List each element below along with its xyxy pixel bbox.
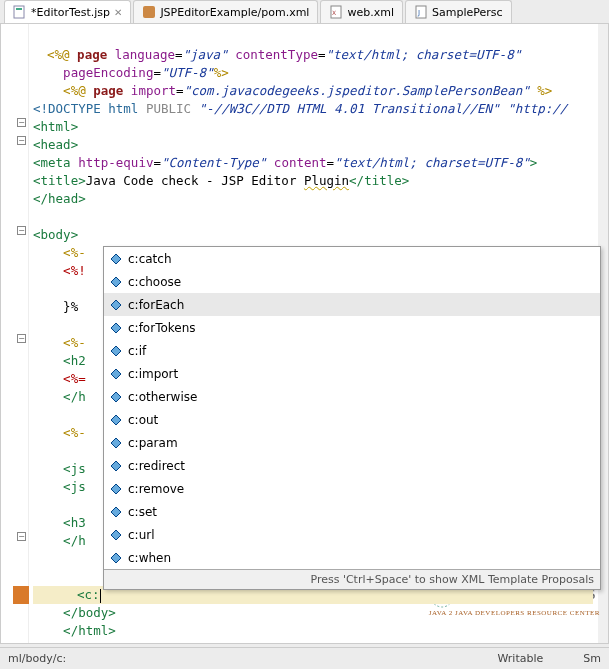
tag-icon — [110, 345, 122, 357]
code-token: <body> — [33, 227, 78, 242]
svg-marker-11 — [111, 346, 121, 356]
code-token: <title> — [33, 173, 86, 188]
tag-icon — [110, 552, 122, 564]
code-token: }% — [63, 299, 78, 314]
svg-marker-16 — [111, 461, 121, 471]
close-icon[interactable]: ✕ — [114, 7, 122, 18]
autocomplete-label: c:param — [128, 436, 178, 450]
svg-marker-9 — [111, 300, 121, 310]
tab-label: SamplePersc — [432, 6, 503, 19]
autocomplete-item[interactable]: c:set — [104, 500, 600, 523]
code-token: "http:// — [500, 101, 568, 116]
autocomplete-item[interactable]: c:forEach — [104, 293, 600, 316]
tag-icon — [110, 483, 122, 495]
fold-toggle[interactable]: − — [17, 334, 26, 343]
code-token: "text/html; charset=UTF-8" — [334, 155, 530, 170]
autocomplete-item[interactable]: c:forTokens — [104, 316, 600, 339]
maven-file-icon — [142, 5, 156, 19]
tab-editortest[interactable]: *EditorTest.jsp ✕ — [4, 0, 131, 23]
code-token: <js — [63, 461, 86, 476]
autocomplete-item[interactable]: c:import — [104, 362, 600, 385]
autocomplete-item[interactable]: c:when — [104, 546, 600, 569]
code-token: "UTF-8" — [161, 65, 214, 80]
svg-text:X: X — [332, 9, 336, 16]
autocomplete-item[interactable]: c:redirect — [104, 454, 600, 477]
svg-marker-20 — [111, 553, 121, 563]
tag-icon — [110, 460, 122, 472]
svg-marker-8 — [111, 277, 121, 287]
tag-icon — [110, 414, 122, 426]
tag-icon — [110, 322, 122, 334]
code-token: language — [115, 47, 175, 62]
fold-toggle[interactable]: − — [17, 226, 26, 235]
autocomplete-item[interactable]: c:choose — [104, 270, 600, 293]
code-token: contentType — [235, 47, 318, 62]
autocomplete-item[interactable]: c:out — [104, 408, 600, 431]
autocomplete-label: c:import — [128, 367, 178, 381]
code-token: <%- — [63, 335, 86, 350]
autocomplete-popup: c:catch c:choose c:forEach c:forTokens c… — [103, 246, 601, 590]
cursor-token: <c: — [77, 586, 101, 604]
java-file-icon: J — [414, 5, 428, 19]
tag-icon — [110, 391, 122, 403]
autocomplete-item[interactable]: c:param — [104, 431, 600, 454]
code-token: %> — [537, 83, 552, 98]
fold-toggle[interactable]: − — [17, 136, 26, 145]
code-token: %> — [214, 65, 229, 80]
fold-toggle[interactable]: − — [17, 532, 26, 541]
fold-toggle[interactable]: − — [17, 118, 26, 127]
code-token: </title> — [349, 173, 409, 188]
code-token: <h3 — [63, 515, 86, 530]
tag-icon — [110, 368, 122, 380]
autocomplete-item[interactable]: c:if — [104, 339, 600, 362]
svg-marker-15 — [111, 438, 121, 448]
code-token: "Content-Type" — [161, 155, 266, 170]
code-token: <!DOCTYPE — [33, 101, 108, 116]
svg-rect-2 — [143, 6, 155, 18]
tab-label: JSPEditorExample/pom.xml — [160, 6, 309, 19]
code-token: Plugin — [304, 173, 349, 188]
code-token: "com.javacodegeeks.jspeditor.SamplePerso… — [184, 83, 530, 98]
code-token: "java" — [183, 47, 228, 62]
autocomplete-label: c:forTokens — [128, 321, 196, 335]
svg-marker-18 — [111, 507, 121, 517]
tab-label: *EditorTest.jsp — [31, 6, 110, 19]
code-token: <%@ — [63, 83, 93, 98]
code-token: <head> — [33, 137, 78, 152]
svg-marker-12 — [111, 369, 121, 379]
tab-sampleperson[interactable]: J SamplePersc — [405, 0, 512, 23]
code-token: <meta — [33, 155, 71, 170]
tab-webxml[interactable]: X web.xml — [320, 0, 403, 23]
status-bar: ml/body/c: Writable Sm — [0, 647, 609, 669]
status-path: ml/body/c: — [8, 652, 66, 665]
code-token: </html> — [63, 623, 116, 638]
xml-file-icon: X — [329, 5, 343, 19]
tag-icon — [110, 437, 122, 449]
tab-pom[interactable]: JSPEditorExample/pom.xml — [133, 0, 318, 23]
tag-icon — [110, 506, 122, 518]
logo-subtitle: JAVA 2 JAVA DEVELOPERS RESOURCE CENTER — [429, 609, 600, 617]
autocomplete-item[interactable]: c:url — [104, 523, 600, 546]
code-token: page — [77, 47, 107, 62]
autocomplete-label: c:otherwise — [128, 390, 197, 404]
autocomplete-status: Press 'Ctrl+Space' to show XML Template … — [104, 569, 600, 589]
jsp-file-icon — [13, 5, 27, 19]
autocomplete-label: c:remove — [128, 482, 184, 496]
tag-icon — [110, 253, 122, 265]
svg-rect-0 — [14, 6, 24, 18]
autocomplete-item[interactable]: c:otherwise — [104, 385, 600, 408]
svg-text:J: J — [417, 9, 420, 17]
svg-marker-14 — [111, 415, 121, 425]
code-token: <%@ — [47, 47, 77, 62]
autocomplete-item[interactable]: c:catch — [104, 247, 600, 270]
code-token: Java Code check - JSP Editor — [86, 173, 304, 188]
tag-icon — [110, 276, 122, 288]
code-token: <js — [63, 479, 86, 494]
gutter: − − − − − — [1, 24, 29, 643]
change-marker — [13, 586, 29, 604]
autocomplete-item[interactable]: c:remove — [104, 477, 600, 500]
svg-marker-7 — [111, 254, 121, 264]
autocomplete-list[interactable]: c:catch c:choose c:forEach c:forTokens c… — [104, 247, 600, 569]
code-editor[interactable]: − − − − − <%@ page language="java" conte… — [0, 24, 609, 644]
autocomplete-label: c:redirect — [128, 459, 185, 473]
